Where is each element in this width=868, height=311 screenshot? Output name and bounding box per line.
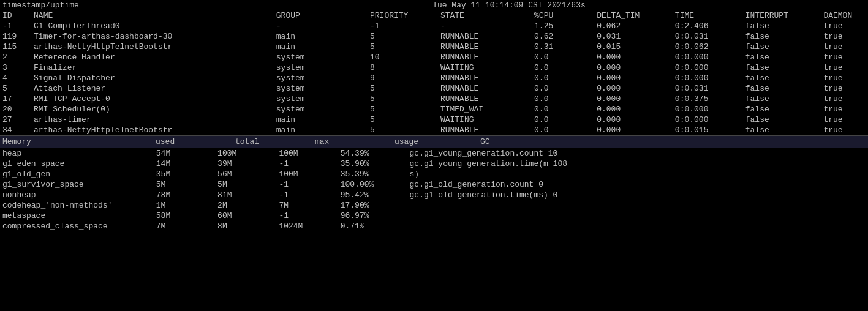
memory-row: heap 54M 100M 100M 54.39% gc.g1_young_ge… — [0, 148, 868, 159]
mem-used: 54M — [154, 148, 215, 159]
thread-id: 27 — [0, 114, 31, 125]
mem-name: g1_eden_space — [0, 159, 154, 169]
thread-time: 0:0.000 — [673, 52, 743, 62]
mem-gc — [407, 200, 868, 211]
thread-interrupt: false — [743, 62, 821, 73]
thread-daemon: true — [821, 83, 868, 94]
thread-delta: 0.062 — [594, 21, 673, 31]
mem-total: 60M — [215, 211, 276, 221]
thread-priority: 10 — [368, 52, 438, 62]
thread-state: RUNNABLE — [438, 42, 532, 52]
thread-daemon: true — [821, 73, 868, 83]
thread-group: - — [274, 21, 368, 31]
thread-cpu: 0.0 — [532, 52, 594, 62]
thread-cpu: 0.0 — [532, 125, 594, 135]
timestamp-value: Tue May 11 10:14:09 CST 2021/63s — [432, 1, 586, 10]
thread-delta: 0.031 — [594, 31, 673, 42]
thread-group: main — [274, 31, 368, 42]
thread-interrupt: false — [743, 114, 821, 125]
mem-name: g1_old_gen — [0, 169, 154, 179]
thread-cpu: 0.31 — [532, 42, 594, 52]
thread-state: RUNNABLE — [438, 73, 532, 83]
thread-daemon: true — [821, 114, 868, 125]
thread-time: 0:0.000 — [673, 73, 743, 83]
thread-priority: -1 — [368, 21, 438, 31]
used-col-label: used — [156, 137, 198, 146]
thread-name: arthas-timer — [31, 114, 274, 125]
thread-daemon: true — [821, 94, 868, 104]
thread-time: 0:0.062 — [673, 42, 743, 52]
thread-state: RUNNABLE — [438, 31, 532, 42]
timestamp-label: timestamp/uptime — [2, 1, 79, 10]
thread-delta: 0.015 — [594, 42, 673, 52]
mem-used: 58M — [154, 211, 215, 221]
mem-name: metaspace — [0, 211, 154, 221]
thread-group: system — [274, 73, 368, 83]
thread-row: 4 Signal Dispatcher system 9 RUNNABLE 0.… — [0, 73, 868, 83]
thread-delta: 0.000 — [594, 114, 673, 125]
mem-usage: 96.97% — [338, 211, 407, 221]
thread-interrupt: false — [743, 73, 821, 83]
thread-daemon: true — [821, 62, 868, 73]
thread-interrupt: false — [743, 104, 821, 114]
thread-name: Signal Dispatcher — [31, 73, 274, 83]
thread-group: system — [274, 83, 368, 94]
thread-state: WAITING — [438, 62, 532, 73]
thread-cpu: 0.0 — [532, 94, 594, 104]
mem-max: 7M — [276, 200, 338, 211]
col-header-state: STATE — [438, 10, 532, 21]
thread-row: 20 RMI Scheduler(0) system 5 TIMED_WAI 0… — [0, 104, 868, 114]
thread-state: RUNNABLE — [438, 52, 532, 62]
memory-row: g1_survivor_space 5M 5M -1 100.00% gc.g1… — [0, 179, 868, 190]
thread-daemon: true — [821, 52, 868, 62]
col-header-daemon: DAEMON — [821, 10, 868, 21]
thread-group: system — [274, 104, 368, 114]
thread-cpu: 0.0 — [532, 114, 594, 125]
thread-interrupt: false — [743, 125, 821, 135]
thread-group: main — [274, 114, 368, 125]
thread-row: 3 Finalizer system 8 WAITING 0.0 0.000 0… — [0, 62, 868, 73]
thread-delta: 0.000 — [594, 94, 673, 104]
memory-row: g1_old_gen 35M 56M 100M 35.39% s) — [0, 169, 868, 179]
thread-id: 2 — [0, 52, 31, 62]
col-header-id: ID — [0, 10, 31, 21]
memory-row: g1_eden_space 14M 39M -1 35.90% gc.g1_yo… — [0, 159, 868, 169]
memory-row: nonheap 78M 81M -1 95.42% gc.g1_old_gene… — [0, 190, 868, 200]
thread-state: RUNNABLE — [438, 125, 532, 135]
mem-used: 14M — [154, 159, 215, 169]
thread-column-header: ID NAME GROUP PRIORITY STATE %CPU DELTA_… — [0, 10, 868, 21]
thread-name: arthas-NettyHttpTelnetBootstr — [31, 125, 274, 135]
thread-time: 0:2.406 — [673, 21, 743, 31]
thread-state: WAITING — [438, 114, 532, 125]
thread-id: 4 — [0, 73, 31, 83]
thread-cpu: 0.0 — [532, 104, 594, 114]
thread-delta: 0.000 — [594, 104, 673, 114]
thread-time: 0:0.015 — [673, 125, 743, 135]
thread-name: Reference Handler — [31, 52, 274, 62]
mem-max: 100M — [276, 169, 338, 179]
thread-priority: 5 — [368, 31, 438, 42]
mem-max: -1 — [276, 211, 338, 221]
col-header-group: GROUP — [274, 10, 368, 21]
col-header-priority: PRIORITY — [368, 10, 438, 21]
mem-gc: gc.g1_young_generation.count 10 — [407, 148, 868, 159]
thread-cpu: 0.62 — [532, 31, 594, 42]
thread-delta: 0.000 — [594, 83, 673, 94]
col-header-delta: DELTA_TIM — [594, 10, 673, 21]
thread-daemon: true — [821, 104, 868, 114]
thread-id: 17 — [0, 94, 31, 104]
thread-name: Attach Listener — [31, 83, 274, 94]
mem-total: 56M — [215, 169, 276, 179]
thread-state: RUNNABLE — [438, 94, 532, 104]
mem-max: -1 — [276, 190, 338, 200]
thread-row: 2 Reference Handler system 10 RUNNABLE 0… — [0, 52, 868, 62]
mem-gc — [407, 211, 868, 221]
thread-id: 34 — [0, 125, 31, 135]
thread-row: 119 Timer-for-arthas-dashboard-30 main 5… — [0, 31, 868, 42]
mem-name: heap — [0, 148, 154, 159]
mem-total: 81M — [215, 190, 276, 200]
thread-delta: 0.000 — [594, 62, 673, 73]
thread-group: system — [274, 62, 368, 73]
usage-col-label: usage — [394, 137, 443, 146]
mem-gc — [407, 221, 868, 231]
